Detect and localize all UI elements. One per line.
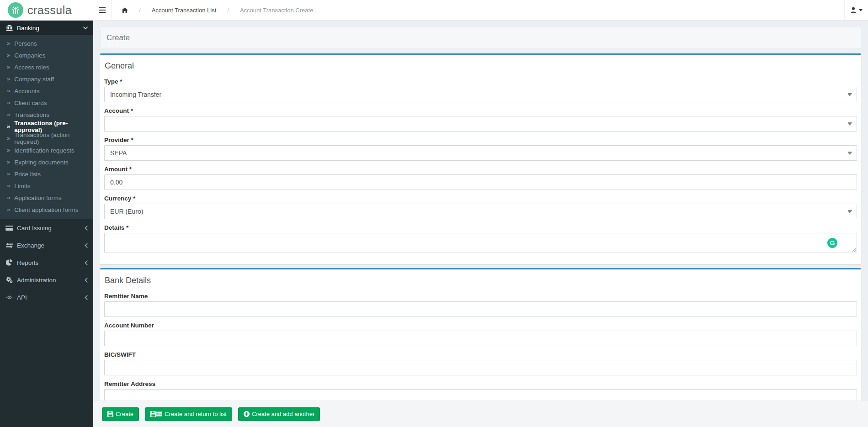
angle-double-right-icon: » (7, 183, 10, 189)
credit-card-icon (5, 225, 13, 231)
angle-double-right-icon: » (7, 195, 10, 200)
sidebar-item-label: Transactions (14, 111, 49, 118)
caret-down-icon (848, 153, 852, 155)
sidebar-item-label: Company staff (14, 76, 54, 83)
breadcrumb-link-account-transaction-list[interactable]: Account Transaction List (152, 7, 217, 14)
field-value: Incoming Transfer (110, 91, 161, 98)
form-group-details: Details *G (104, 224, 857, 253)
sidebar-submenu: »Persons»Companies»Access roles»Company … (0, 35, 93, 219)
sidebar-item-client-cards[interactable]: »Client cards (0, 97, 93, 109)
currency-select[interactable]: EUR (Euro) (104, 204, 857, 219)
sidebar-item-company-staff[interactable]: »Company staff (0, 73, 93, 85)
home-icon[interactable] (122, 7, 128, 13)
pie-chart-icon (5, 259, 13, 266)
general-panel: GeneralType *Incoming TransferAccount *P… (100, 53, 861, 264)
breadcrumb-current: Account Transaction Create (240, 7, 313, 14)
sidebar-item-label: Limits (14, 183, 30, 190)
provider-select[interactable]: SEPA (104, 145, 857, 161)
field-label: Amount * (104, 166, 857, 173)
sidebar-section-banking[interactable]: Banking (0, 21, 93, 35)
chevron-left-icon (85, 226, 88, 231)
bank-details-panel: Bank DetailsRemitter NameAccount NumberB… (100, 268, 861, 416)
angle-double-right-icon: » (7, 64, 10, 70)
exchange-icon (5, 242, 13, 248)
field-value: 0.00 (110, 179, 122, 186)
sidebar-section-api[interactable]: </>API (0, 289, 93, 306)
sidebar-section-label: Card Issuing (17, 225, 81, 232)
remitter-name-input[interactable] (104, 301, 857, 317)
details-textarea[interactable]: G (104, 233, 857, 253)
account-select[interactable] (104, 116, 857, 132)
sidebar-section-administration[interactable]: Administration (0, 271, 93, 289)
amount-input[interactable]: 0.00 (104, 174, 857, 190)
chevron-down-icon (83, 26, 88, 30)
breadcrumb: / Account Transaction List / Account Tra… (112, 0, 844, 20)
sidebar-section-reports[interactable]: Reports (0, 254, 93, 271)
grammarly-icon[interactable]: G (827, 238, 837, 248)
sidebar-item-limits[interactable]: »Limits (0, 180, 93, 192)
sidebar-section-label: API (17, 294, 81, 301)
sidebar-item-label: Persons (14, 40, 37, 47)
sidebar-item-companies[interactable]: »Companies (0, 49, 93, 61)
type-select[interactable]: Incoming Transfer (104, 87, 857, 102)
sidebar-item-accounts[interactable]: »Accounts (0, 85, 93, 97)
save-icon (107, 411, 113, 417)
plus-circle-icon (244, 411, 250, 417)
sidebar-item-label: Identification requests (14, 147, 74, 154)
sidebar-item-application-forms[interactable]: »Application forms (0, 192, 93, 204)
sidebar-section-card-issuing[interactable]: Card Issuing (0, 219, 93, 237)
form-group-account-number: Account Number (104, 322, 857, 346)
page-title: Create (100, 27, 861, 49)
form-group-type: Type *Incoming Transfer (104, 78, 857, 102)
form-group-provider: Provider *SEPA (104, 137, 857, 161)
sidebar-item-access-roles[interactable]: »Access roles (0, 61, 93, 73)
sidebar-section-label: Banking (17, 25, 80, 32)
sidebar: Banking»Persons»Companies»Access roles»C… (0, 21, 93, 427)
angle-double-right-icon: » (7, 171, 10, 177)
chevron-left-icon (85, 295, 88, 300)
chevron-left-icon (85, 243, 88, 248)
form-actions-bar: CreateCreate and return to listCreate an… (93, 401, 868, 427)
caret-down-icon (848, 123, 852, 126)
form-group-remitter-name: Remitter Name (104, 293, 857, 317)
sidebar-item-label: Transactions (action required) (14, 132, 93, 145)
sidebar-item-label: Price lists (14, 171, 41, 178)
button-label: Create and add another (252, 411, 314, 417)
sidebar-item-identification-requests[interactable]: »Identification requests (0, 144, 93, 156)
angle-double-right-icon: » (7, 100, 10, 105)
field-label: Provider * (104, 137, 857, 143)
angle-double-right-icon: » (7, 111, 10, 117)
sidebar-item-label: Access roles (14, 64, 49, 71)
angle-double-right-icon: » (7, 147, 10, 153)
field-value: SEPA (110, 149, 127, 157)
sidebar-item-transactions-action-required[interactable]: »Transactions (action required) (0, 132, 93, 144)
bic-swift-input[interactable] (104, 360, 857, 375)
angle-double-right-icon: » (7, 135, 10, 141)
sidebar-item-price-lists[interactable]: »Price lists (0, 168, 93, 180)
chevron-left-icon (85, 278, 88, 283)
sidebar-item-transactions-pre-approval[interactable]: »Transactions (pre-approval) (0, 121, 93, 132)
angle-double-right-icon: » (7, 206, 10, 212)
sidebar-toggle-button[interactable] (93, 0, 112, 20)
create-and-return-to-list-button[interactable]: Create and return to list (145, 407, 232, 421)
form-group-currency: Currency *EUR (Euro) (104, 195, 857, 219)
form-group-bic-swift: BIC/SWIFT (104, 351, 857, 375)
field-label: Currency * (104, 195, 857, 202)
sidebar-item-expiring-documents[interactable]: »Expiring documents (0, 156, 93, 168)
button-label: Create and return to list (165, 411, 227, 417)
create-button[interactable]: Create (102, 407, 139, 421)
create-and-add-another-button[interactable]: Create and add another (238, 407, 320, 421)
textarea-resize-handle[interactable] (851, 247, 856, 252)
brand-logo[interactable]: crassula (0, 0, 93, 20)
sidebar-item-client-application-forms[interactable]: »Client application forms (0, 204, 93, 216)
code-icon: </> (5, 295, 13, 300)
angle-double-right-icon: » (7, 88, 10, 94)
sidebar-section-exchange[interactable]: Exchange (0, 237, 93, 254)
field-value: EUR (Euro) (110, 208, 143, 215)
sidebar-item-transactions[interactable]: »Transactions (0, 109, 93, 121)
account-number-input[interactable] (104, 331, 857, 346)
top-navbar: crassula / Account Transaction List / Ac… (0, 0, 868, 21)
user-menu[interactable] (844, 0, 868, 20)
sidebar-item-persons[interactable]: »Persons (0, 37, 93, 49)
sidebar-item-label: Client application forms (14, 206, 78, 213)
